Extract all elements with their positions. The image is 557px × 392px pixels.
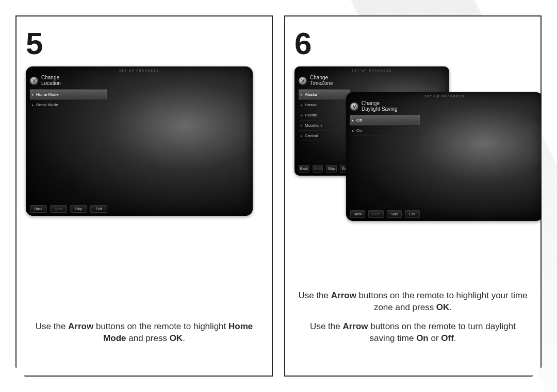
menu-item-label: On <box>356 128 362 133</box>
menu-item-label: Home Mode <box>36 92 59 97</box>
brand-logo-icon: V <box>350 103 358 111</box>
back-button[interactable]: Back <box>350 210 365 218</box>
step-number: 5 <box>26 26 263 61</box>
menu-item-label: Alaska <box>305 92 317 97</box>
setup-progress-label: SET-UP PROGRESS <box>294 66 449 73</box>
brand-logo-icon: V <box>30 77 38 85</box>
skip-button[interactable]: Skip <box>387 210 402 218</box>
panel-title-line1: Change <box>362 100 380 106</box>
panel-title: Change TimeZone <box>310 75 333 86</box>
next-button[interactable]: Next <box>313 165 323 173</box>
chevron-right-icon: ▸ <box>32 103 34 107</box>
menu-item-on[interactable]: ▸On <box>350 126 420 136</box>
instruction-text-1: Use the Arrow buttons on the remote to h… <box>297 290 529 314</box>
menu-item-mountain[interactable]: ▸Mountain <box>299 121 350 131</box>
menu-item-label: Pacific <box>305 113 317 117</box>
instructions: Use the Arrow buttons on the remote to h… <box>26 314 263 350</box>
chevron-right-icon: ▸ <box>32 93 34 97</box>
next-button[interactable]: Next <box>368 210 383 218</box>
panel-title: Change Daylight Saving <box>362 101 397 112</box>
panel-title-line2: TimeZone <box>310 80 333 86</box>
back-button[interactable]: Back <box>299 165 309 173</box>
skip-button[interactable]: Skip <box>70 205 87 213</box>
menu-item-label: Central <box>305 133 318 138</box>
panel-title-line1: Change <box>41 75 59 80</box>
panel-title-line2: Location <box>41 80 61 86</box>
step-card-6: 6 SET-UP PROGRESS V Change TimeZone ▸Ala… <box>284 15 542 377</box>
tv-screen-daylight: SET-UP PROGRESS V Change Daylight Saving… <box>346 92 543 221</box>
menu-item-off[interactable]: ▸Off <box>350 115 420 126</box>
panel-header: V Change Daylight Saving <box>346 99 543 115</box>
next-button[interactable]: Next <box>50 205 67 213</box>
menu-list: ▸ Home Mode ▸ Retail Mode <box>30 89 107 110</box>
setup-progress-label: SET-UP PROGRESS <box>346 92 543 99</box>
footer-buttons: Back Next Skip Exit <box>350 210 420 218</box>
menu-item-label: Hawaii <box>305 103 317 107</box>
menu-item-hawaii[interactable]: ▸Hawaii <box>299 100 350 110</box>
exit-button[interactable]: Exit <box>405 210 420 218</box>
menu-item-label: Mountain <box>305 123 322 128</box>
menu-item-alaska[interactable]: ▸Alaska <box>299 90 350 100</box>
instructions: Use the Arrow buttons on the remote to h… <box>294 283 531 350</box>
menu-item-pacific[interactable]: ▸Pacific <box>299 110 350 121</box>
menu-item-central[interactable]: ▸Central <box>299 131 350 141</box>
page: 5 SET-UP PROGRESS V Change Location ▸ Ho… <box>0 0 557 392</box>
footer-buttons: Back Next Skip Exit <box>299 165 350 173</box>
panel-title-line2: Daylight Saving <box>362 106 397 112</box>
menu-list: ▸Alaska ▸Hawaii ▸Pacific ▸Mountain ▸Cent… <box>299 89 350 141</box>
tv-screen-location: SET-UP PROGRESS V Change Location ▸ Home… <box>26 66 253 216</box>
panel-title-line1: Change <box>310 75 328 80</box>
step-card-5: 5 SET-UP PROGRESS V Change Location ▸ Ho… <box>15 15 273 377</box>
footer-buttons: Back Next Skip Exit <box>30 205 107 213</box>
menu-item-retail-mode[interactable]: ▸ Retail Mode <box>30 100 107 110</box>
panel-title: Change Location <box>41 75 61 86</box>
menu-list: ▸Off ▸On <box>350 115 420 136</box>
chevron-right-icon: ▸ <box>301 124 303 128</box>
screenshot-area: SET-UP PROGRESS V Change TimeZone ▸Alask… <box>294 66 531 221</box>
exit-button[interactable]: Exit <box>90 205 107 213</box>
panel-header: V Change TimeZone <box>294 73 449 89</box>
menu-item-home-mode[interactable]: ▸ Home Mode <box>30 90 107 100</box>
menu-item-label: Off <box>356 118 362 123</box>
setup-progress-label: SET-UP PROGRESS <box>26 66 253 73</box>
back-button[interactable]: Back <box>30 205 47 213</box>
instruction-text-2: Use the Arrow buttons on the remote to t… <box>297 321 529 345</box>
menu-item-label: Retail Mode <box>36 103 58 107</box>
chevron-right-icon: ▸ <box>301 93 303 97</box>
panel-header: V Change Location <box>26 73 253 89</box>
step-number: 6 <box>294 26 531 61</box>
instruction-text: Use the Arrow buttons on the remote to h… <box>28 321 260 345</box>
chevron-right-icon: ▸ <box>352 118 354 123</box>
screenshot-area: SET-UP PROGRESS V Change Location ▸ Home… <box>26 66 263 221</box>
chevron-right-icon: ▸ <box>301 103 303 107</box>
chevron-right-icon: ▸ <box>301 113 303 117</box>
chevron-right-icon: ▸ <box>301 134 303 138</box>
brand-logo-icon: V <box>299 77 307 85</box>
chevron-right-icon: ▸ <box>352 129 354 133</box>
skip-button[interactable]: Skip <box>326 165 337 173</box>
